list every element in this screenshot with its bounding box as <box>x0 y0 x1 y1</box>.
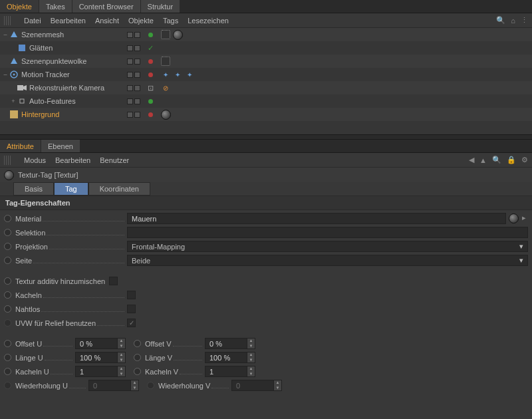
tab-ebenen[interactable]: Ebenen <box>41 140 80 152</box>
search-icon[interactable]: 🔍 <box>492 156 501 164</box>
anim-radio[interactable] <box>4 257 11 264</box>
subtab-tag[interactable]: Tag <box>54 182 88 196</box>
expander-icon[interactable]: – <box>1 31 9 38</box>
layer-flag[interactable] <box>134 32 140 38</box>
anim-radio[interactable] <box>4 215 11 222</box>
search-icon[interactable]: 🔍 <box>496 16 505 25</box>
tree-row[interactable]: Glätten ✓ <box>0 41 532 55</box>
home-icon[interactable]: ⌂ <box>511 17 515 25</box>
anim-radio[interactable] <box>4 354 11 361</box>
tree-label[interactable]: Glätten <box>29 44 53 52</box>
anim-radio[interactable] <box>134 354 141 361</box>
material-tag-icon[interactable] <box>161 110 171 120</box>
tree-label[interactable]: Auto-Features <box>29 97 76 105</box>
anim-radio[interactable] <box>4 305 11 313</box>
menu-tags[interactable]: Tags <box>163 17 178 25</box>
laenge-u-input[interactable] <box>75 352 118 363</box>
offset-v-input[interactable] <box>205 338 247 349</box>
selektion-field[interactable] <box>127 227 528 238</box>
visibility-dot[interactable] <box>148 99 153 104</box>
tree-row[interactable]: – Motion Tracker ✦ ✦ ✦ <box>0 68 532 81</box>
tree-row[interactable]: – Szenenmesh <box>0 28 532 41</box>
spinner[interactable]: ▲▼ <box>247 338 255 349</box>
laenge-v-input[interactable] <box>205 352 247 363</box>
tree-label[interactable]: Motion Tracker <box>21 70 70 78</box>
tab-struktur[interactable]: Struktur <box>141 0 181 13</box>
kacheln-v-input[interactable] <box>205 366 247 377</box>
spinner[interactable]: ▲▼ <box>118 352 126 363</box>
object-tree[interactable]: – Szenenmesh Glätten ✓ Szenenpun <box>0 28 532 134</box>
seite-dropdown[interactable]: Beide▾ <box>127 255 528 266</box>
menu-ansicht[interactable]: Ansicht <box>95 17 119 25</box>
visibility-dot[interactable] <box>148 72 153 77</box>
subtab-basis[interactable]: Basis <box>13 182 54 196</box>
settings-icon[interactable]: ⚙ <box>521 156 528 164</box>
uvw-tag-icon[interactable] <box>161 57 170 66</box>
tab-attribute[interactable]: Attribute <box>0 140 41 152</box>
layer-flag[interactable] <box>134 45 140 51</box>
uvw-tag-icon[interactable] <box>161 30 170 39</box>
layer-flag[interactable] <box>127 45 133 51</box>
visibility-dot[interactable] <box>148 112 153 117</box>
kacheln-u-input[interactable] <box>75 366 118 377</box>
menu-bearbeiten[interactable]: Bearbeiten <box>51 17 86 25</box>
disabled-tag-icon[interactable]: ⊘ <box>161 83 170 92</box>
anim-radio[interactable] <box>4 291 11 299</box>
tree-row[interactable]: Hintergrund <box>0 108 532 121</box>
menu-objekte[interactable]: Objekte <box>128 17 154 25</box>
tree-row[interactable]: + Auto-Features <box>0 94 532 108</box>
anim-radio[interactable] <box>4 243 11 250</box>
tree-label[interactable]: Szenenmesh <box>21 31 64 39</box>
material-field[interactable]: Mauern <box>127 213 506 224</box>
nav-back-icon[interactable]: ◀ <box>469 156 474 164</box>
menu-bearbeiten[interactable]: Bearbeiten <box>55 156 90 164</box>
layer-flag[interactable] <box>134 72 140 78</box>
layer-flag[interactable] <box>127 98 133 104</box>
spinner[interactable]: ▲▼ <box>247 366 255 377</box>
tree-row[interactable]: Rekonstruierte Kamera ⊡ ⊘ <box>0 81 532 94</box>
layer-flag[interactable] <box>127 112 133 118</box>
anim-radio[interactable] <box>4 229 11 236</box>
menu-datei[interactable]: Datei <box>24 17 41 25</box>
layer-flag[interactable] <box>127 72 133 78</box>
layer-flag[interactable] <box>127 85 133 91</box>
layer-flag[interactable] <box>134 112 140 118</box>
material-tag-icon[interactable] <box>173 30 183 40</box>
spinner[interactable]: ▲▼ <box>247 352 255 363</box>
layer-flag[interactable] <box>134 59 140 65</box>
menu-icon[interactable]: ⋮ <box>521 16 528 25</box>
spinner[interactable]: ▲▼ <box>118 338 126 349</box>
material-picker-icon[interactable]: ▸ <box>520 213 528 223</box>
expander-icon[interactable]: – <box>1 71 9 78</box>
menu-modus[interactable]: Modus <box>24 156 46 164</box>
subtab-koordinaten[interactable]: Koordinaten <box>88 182 150 196</box>
layer-flag[interactable] <box>134 98 140 104</box>
anim-radio[interactable] <box>134 340 141 347</box>
tree-row[interactable]: Szenenpunktewolke <box>0 55 532 68</box>
layer-flag[interactable] <box>127 59 133 65</box>
menu-benutzer[interactable]: Benutzer <box>100 156 129 164</box>
tab-content-browser[interactable]: Content Browser <box>72 0 141 13</box>
nahtlos-checkbox[interactable] <box>127 305 136 313</box>
kacheln-checkbox[interactable] <box>127 291 136 299</box>
visibility-dot[interactable] <box>148 33 153 37</box>
layer-flag[interactable] <box>134 85 140 91</box>
track-tag-icon[interactable]: ✦ <box>173 70 182 79</box>
anim-radio[interactable] <box>4 277 11 285</box>
projektion-dropdown[interactable]: Frontal-Mapping▾ <box>127 241 528 252</box>
anim-radio[interactable] <box>4 368 11 375</box>
view-target-icon[interactable]: ⊡ <box>148 84 154 92</box>
tab-objekte[interactable]: Objekte <box>0 0 39 13</box>
material-swatch[interactable] <box>509 213 519 223</box>
panel-splitter[interactable] <box>0 134 532 140</box>
layer-flag[interactable] <box>127 32 133 38</box>
nav-up-icon[interactable]: ▲ <box>479 156 487 164</box>
visibility-dot[interactable] <box>148 59 153 64</box>
textur-additiv-checkbox[interactable] <box>109 277 118 285</box>
expander-icon[interactable]: + <box>9 98 17 104</box>
spinner[interactable]: ▲▼ <box>118 366 126 377</box>
track-tag-icon[interactable]: ✦ <box>185 70 194 79</box>
offset-u-input[interactable] <box>75 338 118 349</box>
track-tag-icon[interactable]: ✦ <box>161 70 170 79</box>
tab-takes[interactable]: Takes <box>39 0 72 13</box>
